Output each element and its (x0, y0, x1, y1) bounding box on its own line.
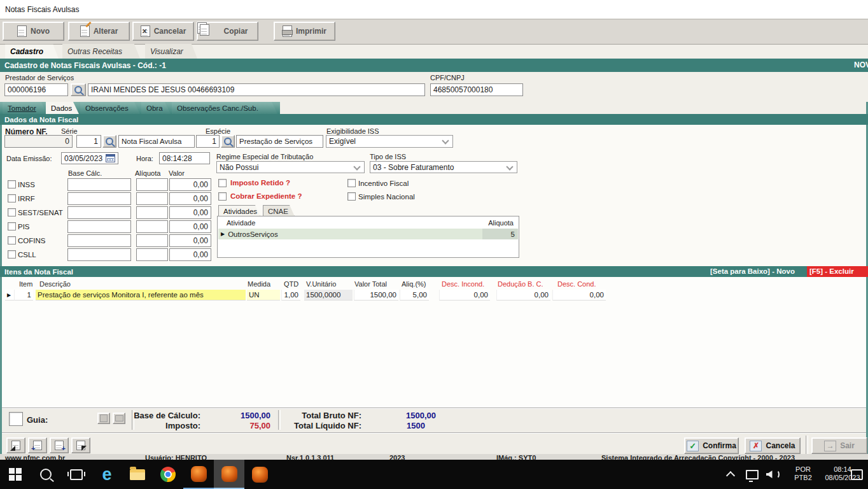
item-row-marker[interactable]: ▶ (5, 290, 14, 301)
task-view-button[interactable] (61, 460, 92, 489)
app-window-2-button[interactable] (214, 460, 244, 489)
col-desc-incond: Desc. Incond. (442, 280, 484, 288)
imposto-retido-checkbox[interactable] (218, 179, 227, 187)
nav-first-button[interactable] (6, 437, 25, 453)
item-desccond-cell[interactable]: 0,00 (552, 290, 606, 301)
col-descricao: Descrição (39, 280, 71, 288)
cancelar-button[interactable]: × Cancelar (132, 22, 194, 41)
taskb-search-button[interactable] (31, 460, 61, 489)
status-maquina: IMáq.: SYT0 (496, 454, 536, 460)
tab-cadastro[interactable]: Cadastro (5, 44, 59, 59)
item-vunitario-cell[interactable]: 1500,0000 (304, 290, 353, 301)
item-aliq-cell[interactable]: 5,00 (400, 290, 429, 301)
csll-valor-input[interactable]: 0,00 (169, 248, 211, 261)
atividade-row[interactable]: ▶ OutrosServiços 5 (218, 229, 518, 239)
item-number-cell[interactable]: 1 (14, 290, 33, 301)
novo-button[interactable]: Novo (3, 22, 64, 41)
internet-explorer-button[interactable]: e (92, 460, 122, 489)
pis-base-input[interactable] (67, 220, 131, 233)
tab-atividades[interactable]: Atividades (218, 205, 260, 216)
cofins-checkbox[interactable] (8, 236, 16, 244)
item-valortotal-cell[interactable]: 1500,00 (354, 290, 398, 301)
csll-base-input[interactable] (67, 248, 131, 261)
data-emissao-input[interactable]: 03/05/2023 (61, 152, 118, 164)
irrf-base-input[interactable] (67, 192, 131, 205)
sest-senat-aliquota-input[interactable] (136, 206, 168, 219)
language-indicator[interactable]: POR PTB2 (789, 465, 817, 482)
inss-base-input[interactable] (67, 178, 131, 191)
cobrar-expediente-checkbox[interactable] (218, 192, 227, 201)
cpf-input[interactable]: 46850057000180 (430, 83, 523, 96)
confirm-check-icon: ✓ (687, 441, 699, 451)
tab-dados[interactable]: Dados (46, 102, 79, 114)
cofins-base-input[interactable] (67, 234, 131, 247)
nav-append-button[interactable]: + (50, 437, 69, 453)
guia-checkbox[interactable] (9, 412, 23, 426)
item-qtd-cell[interactable]: 1,00 (281, 290, 300, 301)
prestador-name-input[interactable]: IRANI MENDES DE JESUS 00466693109 (88, 83, 425, 96)
especie-search-button[interactable] (221, 135, 235, 148)
alterar-button[interactable]: Alterar (68, 22, 130, 41)
simples-nacional-checkbox[interactable] (347, 192, 356, 201)
tab-cnae[interactable]: CNAE (263, 205, 295, 216)
start-button[interactable] (0, 460, 31, 489)
numero-nf-input[interactable]: 0 (4, 135, 73, 148)
cofins-valor-input[interactable]: 0,00 (169, 234, 211, 247)
item-descincond-cell[interactable]: 0,00 (439, 290, 490, 301)
tab-visualizar[interactable]: Visualizar (145, 44, 197, 59)
sest-senat-base-input[interactable] (67, 206, 131, 219)
tab-outras-receitas[interactable]: Outras Receitas (62, 44, 140, 59)
csll-aliquota-input[interactable] (136, 248, 168, 261)
sest-senat-valor-input[interactable]: 0,00 (169, 206, 211, 219)
inss-valor-input[interactable]: 0,00 (169, 178, 211, 191)
especie-desc-input[interactable]: Prestação de Serviços (236, 135, 323, 148)
imposto-value: 75,00 (207, 421, 270, 430)
item-deducaobc-cell[interactable]: 0,00 (496, 290, 550, 301)
regime-select[interactable]: Não Possui (216, 161, 365, 173)
sair-button[interactable]: → Sair (811, 437, 867, 454)
pis-checkbox[interactable] (8, 222, 16, 230)
cancela-button[interactable]: ✗ Cancela (745, 437, 801, 454)
guia-print-button[interactable] (113, 413, 125, 424)
irrf-checkbox[interactable] (8, 194, 16, 202)
especie-input[interactable]: 1 (196, 135, 220, 148)
hora-input[interactable]: 08:14:28 (159, 152, 210, 164)
serie-desc-input[interactable]: Nota Fiscal Avulsa (118, 135, 195, 148)
serie-search-button[interactable] (102, 135, 116, 148)
inss-checkbox[interactable] (8, 180, 16, 188)
app-window-3-button[interactable] (244, 460, 275, 489)
tab-observacoes[interactable]: Observações (80, 102, 140, 114)
tipo-iss-select[interactable]: 03 - Sobre Faturamento (370, 161, 517, 173)
serie-input[interactable]: 1 (76, 135, 101, 148)
confirma-button[interactable]: ✓ Confirma (684, 437, 739, 454)
inss-aliquota-input[interactable] (136, 178, 168, 191)
volume-tray-button[interactable] (764, 460, 781, 489)
prestador-search-button[interactable] (71, 83, 86, 96)
incentivo-fiscal-checkbox[interactable] (347, 179, 356, 187)
tab-observacoes-canc-sub[interactable]: Observações Canc./Sub. (172, 102, 277, 114)
calendar-icon[interactable] (106, 154, 115, 162)
guia-image-button[interactable] (97, 413, 110, 424)
action-center-button[interactable] (848, 460, 865, 489)
imprimir-button[interactable]: Imprimir (274, 22, 335, 41)
tray-expand-button[interactable] (723, 460, 738, 489)
csll-checkbox[interactable] (8, 250, 16, 259)
exigibilidade-select[interactable]: Exigível (326, 135, 453, 148)
prestador-code-input[interactable]: 000006196 (4, 83, 68, 96)
pis-aliquota-input[interactable] (136, 220, 168, 233)
irrf-valor-input[interactable]: 0,00 (169, 192, 211, 205)
tab-tomador[interactable]: Tomador (3, 102, 47, 114)
chrome-button[interactable] (153, 460, 183, 489)
file-explorer-button[interactable] (122, 460, 153, 489)
sest-senat-checkbox[interactable] (8, 208, 16, 216)
nav-insert-button[interactable]: + (28, 437, 47, 453)
app-window-1-button[interactable] (183, 460, 214, 489)
item-medida-cell[interactable]: UN (247, 290, 280, 301)
network-tray-button[interactable] (743, 460, 761, 489)
item-descricao-cell[interactable]: Prestação de serviços Monitora I, refere… (36, 290, 246, 301)
pis-valor-input[interactable]: 0,00 (169, 220, 211, 233)
copiar-button[interactable]: Copiar (197, 22, 258, 41)
cofins-aliquota-input[interactable] (136, 234, 168, 247)
irrf-aliquota-input[interactable] (136, 192, 168, 205)
nav-last-button[interactable] (71, 437, 90, 453)
